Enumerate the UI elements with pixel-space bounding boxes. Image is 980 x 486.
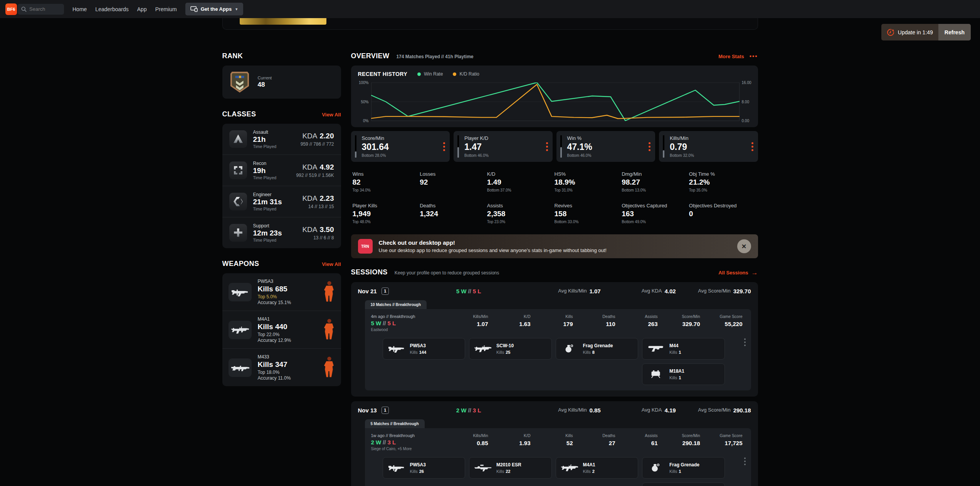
class-row-engineer[interactable]: Engineer 21m 31s Time Played KDA2.23 14 … [222, 186, 341, 217]
overview-subtitle: 174 Matches Played // 41h Playtime [396, 54, 473, 59]
overview-stat-cell: HS%18.9%Top 31.0% [555, 171, 622, 193]
match-group-menu-icon[interactable] [744, 457, 746, 465]
rank-card[interactable]: Current 48 [222, 66, 341, 99]
match-stat: Deaths110 [575, 314, 618, 332]
support-class-icon [233, 228, 243, 238]
stat-label: Deaths [420, 203, 487, 209]
stat-card-kills-min[interactable]: Kills/Min 0.79 Bottom 32.0% [659, 131, 758, 162]
match-stat: Score/Min329.70 [660, 314, 703, 332]
stat-card-menu-icon[interactable] [443, 142, 445, 151]
weapon-accuracy: Accuracy 12.9% [258, 338, 291, 343]
weapon-kills: Kills26 [410, 469, 426, 474]
gold-banner-edge [240, 18, 326, 25]
rifle-weapon-icon [231, 325, 249, 335]
match-time-mode: 1w ago // Breakthrough [371, 433, 448, 438]
nav-item-premium[interactable]: Premium [155, 6, 177, 12]
classes-view-all-link[interactable]: View All [322, 112, 341, 118]
match-stat: Game Score55,220 [703, 314, 745, 332]
session-header[interactable]: Nov 13 1 2 W//3 L Avg Kills/Min0.85 Avg … [358, 407, 751, 414]
class-time-label: Time Played [253, 207, 282, 211]
nav-item-app[interactable]: App [137, 6, 147, 12]
weapon-icon [474, 344, 492, 353]
weapons-view-all-link[interactable]: View All [322, 261, 341, 267]
weapon-pill[interactable]: Frag GrenadeKills1 [642, 457, 725, 479]
session-card: Nov 21 1 5 W//5 L Avg Kills/Min1.07 Avg … [351, 282, 758, 397]
match-group-tab[interactable]: 5 Matches // Breakthrough [365, 419, 425, 428]
match-group-menu-icon[interactable] [744, 338, 746, 346]
stat-card-player-kd[interactable]: Player K/D 1.47 Bottom 46.0% [454, 131, 553, 162]
weapon-pill[interactable]: Frag GrenadeKills8 [556, 338, 639, 360]
weapon-kills: Kills1 [669, 375, 684, 380]
stat-card-score-min[interactable]: Score/Min 301.64 Bottom 28.0% [351, 131, 450, 162]
chevron-down-icon: ▼ [235, 7, 238, 11]
nav-item-home[interactable]: Home [72, 6, 87, 12]
weapon-row[interactable]: M4A1 Kills 440 Top 22.0% Accuracy 12.9% [222, 311, 341, 348]
stat-percentile: Top 34.0% [353, 188, 420, 193]
weapon-pill[interactable]: PW5A3Kills26 [383, 457, 466, 479]
stat-card-win-pct[interactable]: Win % 47.1% Bottom 46.0% [556, 131, 656, 162]
kda-value: 2.20 [320, 132, 334, 140]
match-win-loss: 2 W//3 L [371, 439, 448, 446]
stat-value: 301.64 [362, 142, 389, 152]
close-icon[interactable]: ✕ [737, 239, 751, 253]
weapon-pill[interactable]: PW5A3Kills144 [383, 338, 466, 360]
weapon-kills: Kills8 [583, 350, 613, 355]
class-row-assault[interactable]: Assault 21h Time Played KDA2.20 959 // 7… [222, 124, 341, 155]
rifle-weapon-icon [231, 363, 249, 372]
weapon-name: M18A1 [669, 368, 684, 374]
bf6-logo[interactable]: BF6 [5, 3, 17, 15]
search-box[interactable] [18, 4, 64, 15]
weapon-pill[interactable]: SCW-10Kills25 [469, 338, 552, 360]
class-time-label: Time Played [253, 238, 282, 242]
class-time-played: 21h [253, 135, 277, 144]
stat-percentile: Top 35.0% [689, 188, 756, 193]
weapon-row[interactable]: PW5A3 Kills 685 Top 5.0% Accuracy 15.1% [222, 273, 341, 311]
class-time-label: Time Played [253, 144, 277, 149]
weapon-pill[interactable]: M18A1Kills1 [642, 483, 725, 486]
stat-value: 163 [622, 210, 689, 218]
weapon-name: M433 [258, 354, 291, 360]
match-maps: Eastwood [371, 328, 448, 332]
match-group-card[interactable]: 4m ago // Breakthrough 5 W//5 L Eastwood… [365, 309, 751, 390]
get-the-apps-button[interactable]: Get the Apps ▼ [185, 3, 243, 15]
scrolled-profile-header-remnant [222, 18, 758, 30]
weapon-pill[interactable]: M18A1Kills1 [642, 363, 725, 385]
session-win-loss: 5 W//5 L [456, 288, 526, 294]
weapon-pill[interactable]: M44Kills1 [642, 338, 725, 360]
stat-card-menu-icon[interactable] [751, 142, 753, 151]
stat-percentile: Top 23.0% [487, 220, 555, 224]
overview-stat-cell: K/D1.49Bottom 37.0% [487, 171, 555, 193]
class-row-support[interactable]: Support 12m 23s Time Played KDA3.50 13 /… [222, 217, 341, 248]
stat-value: 0 [689, 210, 756, 218]
nav-item-leaderboards[interactable]: Leaderboards [95, 6, 128, 12]
session-header[interactable]: Nov 21 1 5 W//5 L Avg Kills/Min1.07 Avg … [358, 288, 751, 295]
match-group-tab[interactable]: 10 Matches // Breakthrough [365, 300, 427, 309]
right-axis-tick: 16.00 [740, 81, 751, 85]
weapon-accuracy: Accuracy 15.1% [258, 300, 291, 305]
refresh-button[interactable]: Refresh [938, 24, 971, 40]
session-count-badge: 1 [382, 288, 389, 295]
classes-card: Assault 21h Time Played KDA2.20 959 // 7… [222, 124, 341, 248]
stat-label: Score/Min [362, 135, 389, 141]
stat-value: 82 [353, 178, 420, 187]
stat-card-menu-icon[interactable] [649, 142, 651, 151]
more-stats-link[interactable]: More Stats [718, 54, 744, 59]
stat-label: Dmg/Min [622, 171, 689, 177]
stat-value: 1.49 [487, 178, 555, 187]
weapon-pill[interactable]: M4A1Kills2 [556, 457, 639, 479]
more-stats-menu-icon[interactable]: ••• [750, 53, 758, 59]
weapon-row[interactable]: M433 Kills 347 Top 18.0% Accuracy 11.0% [222, 348, 341, 386]
search-input[interactable] [29, 6, 60, 12]
session-avg-kda: Avg KDA4.02 [601, 288, 676, 294]
session-card: Nov 13 1 2 W//3 L Avg Kills/Min0.85 Avg … [351, 401, 758, 486]
weapon-pill[interactable]: M2010 ESRKills22 [469, 457, 552, 479]
weapon-name: PW5A3 [410, 343, 427, 348]
hit-body-icon [324, 281, 335, 303]
weapon-kills-label: Kills [258, 323, 273, 331]
stat-card-menu-icon[interactable] [546, 142, 548, 151]
update-label: Update in 1:49 [898, 29, 933, 35]
match-group-card[interactable]: 1w ago // Breakthrough 2 W//3 L Siege of… [365, 428, 751, 486]
match-stat: Kills179 [533, 314, 575, 332]
all-sessions-link[interactable]: All Sessions→ [718, 269, 758, 277]
class-row-recon[interactable]: Recon 19h Time Played KDA4.92 992 // 519… [222, 155, 341, 186]
